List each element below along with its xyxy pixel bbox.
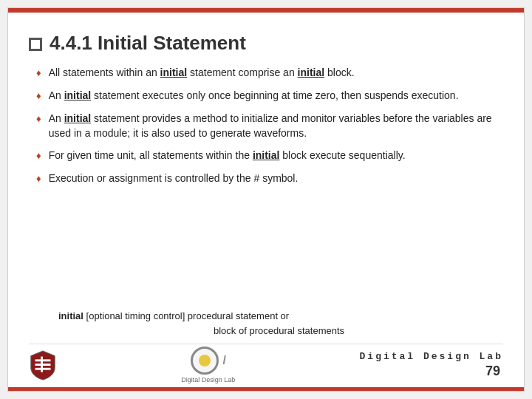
slide: 4.4.1 Initial Statement ♦ All statements… [7, 7, 525, 392]
list-item: ♦ For given time unit, all statements wi… [36, 148, 503, 163]
bullet-text-1: All statements within an initial stateme… [49, 65, 503, 80]
logo-inner-circle [199, 355, 211, 366]
list-item: ♦ An initial statement executes only onc… [36, 88, 503, 103]
bullet-text-5: Execution or assignment is controlled by… [49, 171, 503, 185]
footer: / Digital Design Lab Digital Design Lab … [29, 344, 503, 381]
footer-brand: Digital Design Lab [360, 351, 503, 362]
title-text: 4.4.1 Initial Statement [50, 32, 246, 55]
bullet-diamond-icon: ♦ [36, 112, 41, 126]
logo-small-text: Digital Design Lab [181, 376, 235, 383]
list-item: ♦ Execution or assignment is controlled … [36, 171, 503, 186]
bullet-diamond-icon: ♦ [36, 149, 41, 163]
bullet-list: ♦ All statements within an initial state… [29, 65, 503, 301]
title-square-icon [29, 38, 42, 51]
footer-right: Digital Design Lab 79 [360, 351, 503, 379]
page-number: 79 [485, 364, 503, 379]
bullet-text-2: An initial statement executes only once … [49, 88, 503, 103]
logo-circle [191, 347, 219, 375]
code-keyword: initial [58, 310, 83, 321]
footer-left [29, 349, 57, 381]
bullet-diamond-icon: ♦ [36, 172, 41, 186]
slide-title: 4.4.1 Initial Statement [29, 32, 503, 55]
harvard-shield-icon [29, 349, 57, 381]
code-line2: block of procedural statements [58, 324, 344, 338]
logo-container: / [191, 347, 226, 375]
list-item: ♦ An initial statement provides a method… [36, 111, 503, 141]
bullet-text-4: For given time unit, all statements with… [49, 148, 503, 163]
footer-center: / Digital Design Lab [181, 347, 235, 383]
bullet-text-3: An initial statement provides a method t… [49, 111, 503, 141]
top-bar [8, 8, 524, 13]
bullet-diamond-icon: ♦ [36, 66, 41, 81]
code-block: initial [optional timing control] proced… [29, 309, 503, 338]
bullet-diamond-icon: ♦ [36, 89, 41, 103]
bottom-bar [8, 387, 524, 391]
code-line1: [optional timing control] procedural sta… [86, 310, 290, 321]
logo-slash: / [223, 354, 226, 367]
svg-rect-3 [41, 356, 43, 372]
list-item: ♦ All statements within an initial state… [36, 65, 503, 81]
